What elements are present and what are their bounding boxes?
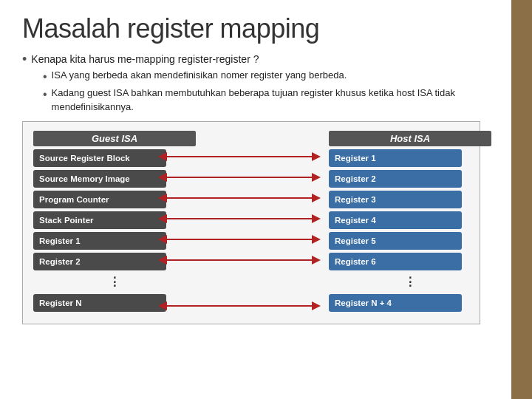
host-row-3: Register 4	[329, 211, 491, 229]
main-bullet: • Kenapa kita harus me-mapping register-…	[22, 53, 482, 66]
guest-row-1: Source Memory Image	[33, 170, 196, 188]
host-register-4: Register 4	[329, 211, 462, 229]
host-register-1: Register 1	[329, 149, 462, 167]
guest-register-2: Register 2	[33, 253, 166, 270]
guest-row-4: Register 1	[33, 232, 196, 250]
guest-row-3: Stack Pointer	[33, 211, 196, 229]
guest-register-n: Register N	[33, 294, 166, 312]
sub-bullet-2: • Kadang guest ISA bahkan membutuhkan be…	[43, 86, 482, 113]
guest-isa-column: Guest ISA Source Register Block Source M…	[33, 131, 196, 315]
host-isa-column: Host ISA Register 1 Register 2 Register …	[329, 131, 491, 315]
host-row-0: Register 1	[329, 149, 491, 167]
main-content: Masalah register mapping • Kenapa kita h…	[0, 0, 511, 332]
guest-register-stack-pointer: Stack Pointer	[33, 211, 166, 229]
diagram-container: Guest ISA Source Register Block Source M…	[22, 121, 480, 324]
guest-register-source-block: Source Register Block	[33, 149, 166, 167]
sub-dot-2: •	[43, 86, 47, 103]
sub-bullets-container: • ISA yang berbeda akan mendefinisikan n…	[43, 69, 482, 114]
sub-bullet-1: • ISA yang berbeda akan mendefinisikan n…	[43, 69, 482, 85]
host-row-1: Register 2	[329, 170, 491, 188]
guest-row-2: Program Counter	[33, 191, 196, 208]
host-register-n4: Register N + 4	[329, 294, 462, 312]
decorative-strip	[511, 0, 532, 399]
bullet-dot: •	[22, 52, 27, 66]
guest-row-n: Register N	[33, 294, 196, 312]
host-dots: ⋮	[329, 273, 491, 291]
guest-isa-header: Guest ISA	[33, 131, 196, 146]
guest-row-5: Register 2	[33, 253, 196, 270]
guest-register-memory-image: Source Memory Image	[33, 170, 166, 188]
host-row-5: Register 6	[329, 253, 491, 270]
host-row-2: Register 3	[329, 191, 491, 208]
sub-bullet-2-text: Kadang guest ISA bahkan membutuhkan bebe…	[52, 86, 482, 113]
sub-dot-1: •	[43, 69, 47, 85]
main-bullet-text: Kenapa kita harus me-mapping register-re…	[31, 53, 259, 65]
host-isa-header: Host ISA	[329, 131, 491, 146]
guest-register-1: Register 1	[33, 232, 166, 250]
guest-row-0: Source Register Block	[33, 149, 196, 167]
sub-bullet-1-text: ISA yang berbeda akan mendefinisikan nom…	[52, 69, 347, 82]
host-register-3: Register 3	[329, 191, 462, 208]
diagram-inner: Guest ISA Source Register Block Source M…	[33, 131, 491, 315]
host-register-5: Register 5	[329, 232, 462, 250]
register-mapping-diagram: Guest ISA Source Register Block Source M…	[22, 121, 480, 324]
guest-dots: ⋮	[33, 273, 196, 291]
host-register-6: Register 6	[329, 253, 462, 270]
host-row-4: Register 5	[329, 232, 491, 250]
guest-register-program-counter: Program Counter	[33, 191, 166, 208]
host-row-n: Register N + 4	[329, 294, 491, 312]
arrows-spacer	[196, 131, 329, 315]
host-register-2: Register 2	[329, 170, 462, 188]
page-title: Masalah register mapping	[22, 13, 482, 44]
